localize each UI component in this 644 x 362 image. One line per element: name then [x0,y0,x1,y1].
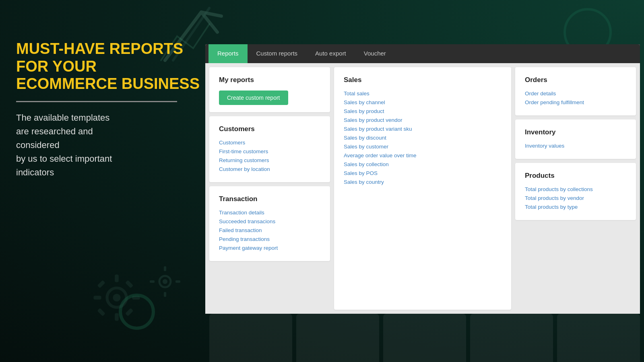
inventory-card: Inventory Inventory values [515,119,636,159]
left-column: My reports Create custom report Customer… [209,67,330,310]
transaction-title: Transaction [219,195,320,203]
svg-rect-9 [125,280,133,288]
tab-voucher[interactable]: Voucher [355,44,395,64]
my-reports-title: My reports [219,76,320,84]
svg-point-11 [163,279,167,284]
orders-link-pending[interactable]: Order pending fulfillment [525,99,626,105]
orders-card: Orders Order details Order pending fulfi… [515,67,636,115]
sales-card: Sales Total sales Sales by channel Sales… [334,67,511,310]
transaction-link-succeeded[interactable]: Succeeded transacions [219,218,320,224]
products-title: Products [525,172,626,180]
headline-line2: FOR YOUR [16,58,97,75]
sales-link-product[interactable]: Sales by product [344,108,502,114]
bottom-card-4 [470,314,553,362]
svg-point-1 [113,294,120,301]
products-link-collections[interactable]: Total products by collections [525,186,626,192]
orders-link-details[interactable]: Order details [525,90,626,97]
bottom-card-1 [209,314,292,362]
sales-link-product-vendor[interactable]: Sales by product vendor [344,117,502,123]
customers-title: Customers [219,125,320,133]
sales-link-product-variant[interactable]: Sales by product variant sku [344,126,502,132]
sales-title: Sales [344,76,502,84]
right-column: Orders Order details Order pending fulfi… [515,67,636,310]
tab-bar: Reports Custom reports Auto export Vouch… [205,44,640,63]
svg-rect-12 [164,266,166,271]
transaction-link-failed[interactable]: Failed transaction [219,227,320,233]
inventory-link-values[interactable]: Inventory values [525,143,626,149]
sales-link-total[interactable]: Total sales [344,90,502,97]
bottom-card-3 [383,314,466,362]
transaction-link-details[interactable]: Transaction details [219,210,320,216]
sales-link-customer[interactable]: Sales by customer [344,144,502,150]
tab-auto-export[interactable]: Auto export [306,44,355,64]
sales-link-discount[interactable]: Sales by discount [344,135,502,141]
products-card: Products Total products by collections T… [515,163,636,220]
headline-line3: ECOMMERCE BUSINESS [16,75,200,92]
create-custom-report-button[interactable]: Create custom report [219,90,288,105]
content-area: My reports Create custom report Customer… [205,63,640,314]
left-panel: MUST-HAVE REPORTS FOR YOUR ECOMMERCE BUS… [16,40,201,180]
svg-rect-3 [115,313,119,321]
svg-rect-15 [175,280,180,283]
svg-rect-6 [97,280,105,288]
sales-link-pos[interactable]: Sales by POS [344,170,502,176]
circle-decoration [119,294,155,330]
customers-link-returning[interactable]: Returning customers [219,157,320,163]
headline: MUST-HAVE REPORTS FOR YOUR ECOMMERCE BUS… [16,40,201,93]
inventory-title: Inventory [525,128,626,136]
bottom-card-5 [557,314,640,362]
products-link-vendor[interactable]: Total products by vendor [525,195,626,201]
customers-card: Customers Customers First-time customers… [209,116,330,182]
bottom-cards-decoration [205,310,644,362]
svg-rect-14 [150,280,155,283]
headline-line1: MUST-HAVE REPORTS [16,40,183,57]
sales-link-avg-order[interactable]: Average order value over time [344,152,502,158]
products-link-type[interactable]: Total products by type [525,204,626,210]
tab-reports[interactable]: Reports [208,44,248,64]
svg-rect-4 [93,296,101,300]
customers-link-customers[interactable]: Customers [219,140,320,146]
bottom-card-2 [296,314,379,362]
my-reports-card: My reports Create custom report [209,67,330,112]
transaction-card: Transaction Transaction details Succeede… [209,186,330,261]
main-content: Reports Custom reports Auto export Vouch… [205,44,640,314]
sales-link-country[interactable]: Sales by country [344,179,502,185]
svg-rect-8 [97,308,105,316]
subtext: The available templatesare researched an… [16,111,201,179]
sales-link-collection[interactable]: Sales by collection [344,161,502,167]
svg-rect-2 [115,274,119,282]
svg-rect-13 [164,292,166,297]
divider [16,101,177,102]
sales-link-channel[interactable]: Sales by channel [344,99,502,105]
tab-custom-reports[interactable]: Custom reports [248,44,307,64]
gear-decoration-small [149,265,181,298]
orders-title: Orders [525,76,626,84]
transaction-link-gateway[interactable]: Payment gateway report [219,245,320,251]
customers-link-first-time[interactable]: First-time customers [219,148,320,154]
middle-column: Sales Total sales Sales by channel Sales… [334,67,511,310]
customers-link-location[interactable]: Customer by location [219,166,320,172]
transaction-link-pending[interactable]: Pending transactions [219,236,320,242]
